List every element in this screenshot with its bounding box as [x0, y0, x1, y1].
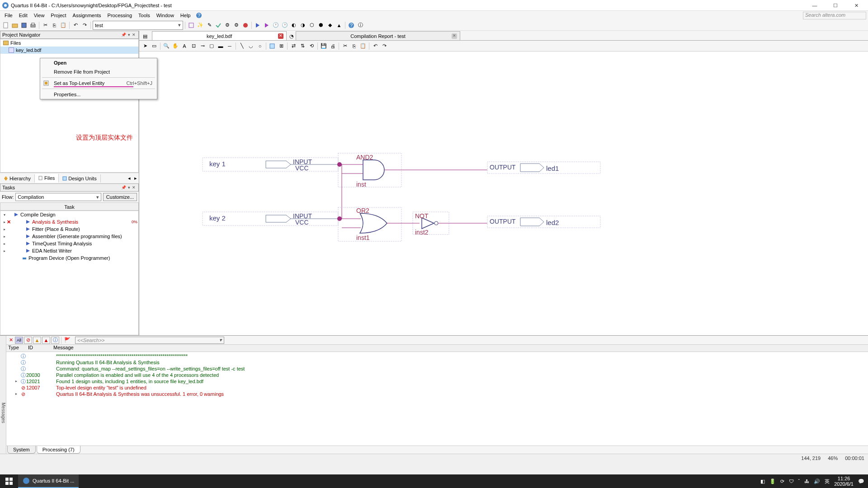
tb-icon-2[interactable]: ◑: [299, 21, 307, 29]
filter-error-icon[interactable]: ⊘: [24, 337, 32, 344]
copy2-icon[interactable]: ⎘: [350, 42, 358, 50]
tb-icon-6[interactable]: ▲: [335, 21, 343, 29]
new-icon[interactable]: [2, 21, 10, 29]
menu-window[interactable]: Window: [154, 12, 177, 19]
search-input[interactable]: Search altera.com: [803, 12, 866, 19]
task-analysis[interactable]: ▸ Analysis & Synthesis 0%: [0, 218, 138, 225]
info-icon[interactable]: ⓘ: [356, 21, 364, 29]
tab-overflow-icon[interactable]: ◔: [288, 32, 296, 40]
tray-network-icon[interactable]: 🖧: [804, 479, 809, 484]
maximize-button[interactable]: ☐: [826, 1, 845, 10]
zoom-icon[interactable]: 🔍: [162, 42, 170, 50]
message-row[interactable]: ⓘRunning Quartus II 64-Bit Analysis & Sy…: [6, 359, 868, 366]
tab-hierarchy[interactable]: Hierarchy: [0, 174, 35, 183]
message-row[interactable]: ⓘ***************************************…: [6, 353, 868, 359]
pointer-icon[interactable]: ➤: [141, 42, 149, 50]
filter-warning-icon[interactable]: ▲: [33, 337, 41, 344]
stop-icon[interactable]: [241, 21, 250, 29]
rotate-icon[interactable]: ⟲: [307, 42, 316, 50]
menu-view[interactable]: View: [31, 12, 47, 19]
help-icon[interactable]: ?: [196, 12, 202, 19]
open-icon[interactable]: [11, 21, 19, 29]
task-fitter[interactable]: ▸ Fitter (Place & Route): [0, 225, 138, 233]
print2-icon[interactable]: 🖨: [329, 42, 337, 50]
tree-file[interactable]: key_led.bdf: [0, 47, 138, 54]
message-row[interactable]: ▸ⓘ12021Found 1 design units, including 1…: [6, 378, 868, 385]
clock-icon[interactable]: 🕐: [272, 21, 280, 29]
dropdown2-icon[interactable]: ▾: [127, 185, 131, 190]
tab-design-units[interactable]: Design Units: [59, 174, 100, 183]
message-list[interactable]: ⓘ***************************************…: [6, 352, 868, 446]
text-icon[interactable]: A: [180, 42, 189, 50]
message-row[interactable]: ▸⊘Quartus II 64-Bit Analysis & Synthesis…: [6, 391, 868, 397]
flow-select[interactable]: Compilation: [15, 193, 101, 201]
flip-h-icon[interactable]: ⇄: [289, 42, 297, 50]
tab-bdf-close-icon[interactable]: ✕: [278, 33, 283, 39]
tree-root[interactable]: Files: [0, 39, 138, 47]
save2-icon[interactable]: 💾: [320, 42, 328, 50]
help2-icon[interactable]: ?: [347, 21, 355, 29]
taskbar-app[interactable]: Quartus II 64-Bit ...: [18, 474, 79, 488]
bus-icon[interactable]: ▬: [217, 42, 225, 50]
nav-left-icon[interactable]: ◂: [126, 175, 132, 181]
tb-icon-5[interactable]: ◆: [326, 21, 334, 29]
project-select[interactable]: test: [93, 21, 183, 30]
menu-processing[interactable]: Processing: [105, 12, 135, 19]
tb-icon-4[interactable]: ⬢: [317, 21, 325, 29]
menu-file[interactable]: File: [2, 12, 15, 19]
gear2-icon[interactable]: ⚙: [232, 21, 241, 29]
hand-icon[interactable]: ✋: [171, 42, 179, 50]
redo-icon[interactable]: ↷: [80, 21, 89, 29]
close-panel-icon[interactable]: ✕: [131, 33, 137, 37]
select-icon[interactable]: ▭: [150, 42, 158, 50]
menu-help[interactable]: Help: [178, 12, 193, 19]
pencil-icon[interactable]: ✎: [205, 21, 213, 29]
paste-icon[interactable]: 📋: [59, 21, 67, 29]
ctx-remove[interactable]: Remove File from Project: [40, 67, 157, 76]
tray-ime[interactable]: 英: [825, 478, 830, 485]
dropdown-icon[interactable]: ▾: [127, 33, 131, 37]
redo2-icon[interactable]: ↷: [380, 42, 388, 50]
close-button[interactable]: ✕: [846, 1, 866, 10]
tb-icon-3[interactable]: ⬡: [308, 21, 316, 29]
tab-files[interactable]: Files: [35, 174, 59, 183]
minimize-button[interactable]: —: [805, 1, 825, 10]
play2-icon[interactable]: [263, 21, 271, 29]
customize-button[interactable]: Customize...: [103, 193, 137, 201]
task-assembler[interactable]: ▸ Assembler (Generate programming files): [0, 233, 138, 240]
menu-edit[interactable]: Edit: [16, 12, 30, 19]
tray-sync-icon[interactable]: ⟳: [780, 479, 784, 484]
filter-info-icon[interactable]: ⓘ: [51, 337, 59, 344]
tray-battery-icon[interactable]: 🔋: [769, 479, 776, 484]
wire-icon[interactable]: ─: [226, 42, 234, 50]
paste2-icon[interactable]: 📋: [359, 42, 367, 50]
nav-right-icon[interactable]: ▸: [132, 175, 139, 181]
save-icon[interactable]: [20, 21, 28, 29]
ctx-open[interactable]: Open: [40, 58, 157, 67]
tray-chevron-icon[interactable]: ˆ: [798, 479, 800, 484]
doc-menu-icon[interactable]: ▤: [141, 32, 149, 40]
tray-defender-icon[interactable]: 🛡: [789, 479, 794, 484]
wand-icon[interactable]: ✨: [196, 21, 204, 29]
close-panel2-icon[interactable]: ✕: [131, 185, 137, 190]
copy-icon[interactable]: ⎘: [50, 21, 58, 29]
message-row[interactable]: ⓘCommand: quartus_map --read_settings_fi…: [6, 366, 868, 372]
cut2-icon[interactable]: ✂: [341, 42, 349, 50]
toolbar-icon[interactable]: [187, 21, 195, 29]
flip-v-icon[interactable]: ⇅: [298, 42, 307, 50]
gear-icon[interactable]: ⚙: [223, 21, 231, 29]
message-search[interactable]: <<Search>>: [75, 337, 224, 344]
line-icon[interactable]: ╲: [238, 42, 246, 50]
task-program[interactable]: Program Device (Open Programmer): [0, 254, 138, 262]
msg-tab-system[interactable]: System: [7, 446, 36, 454]
check-icon[interactable]: [214, 21, 222, 29]
undo-icon[interactable]: ↶: [71, 21, 80, 29]
tb-icon-1[interactable]: ◐: [290, 21, 298, 29]
symbol-icon[interactable]: ⊡: [189, 42, 198, 50]
ctx-properties[interactable]: Properties...: [40, 90, 157, 99]
circle-icon[interactable]: ○: [256, 42, 264, 50]
start-button[interactable]: [0, 474, 18, 488]
pin2-icon[interactable]: 📌: [120, 185, 127, 190]
menu-tools[interactable]: Tools: [136, 12, 153, 19]
tray-app-icon[interactable]: ◧: [760, 479, 765, 484]
